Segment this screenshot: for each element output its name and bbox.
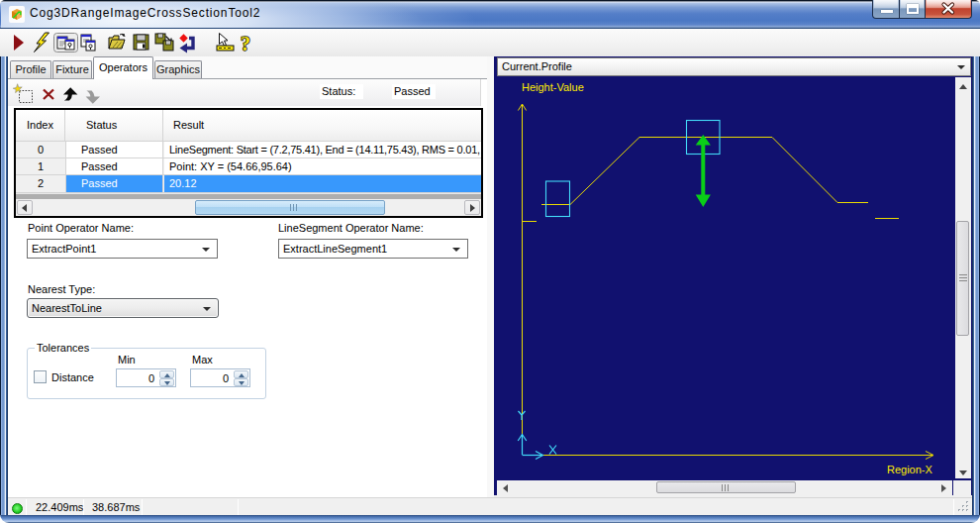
svg-text:?: ? <box>241 33 250 54</box>
svg-text:Region-X: Region-X <box>887 464 933 475</box>
svg-text:Height-Value: Height-Value <box>522 81 584 93</box>
